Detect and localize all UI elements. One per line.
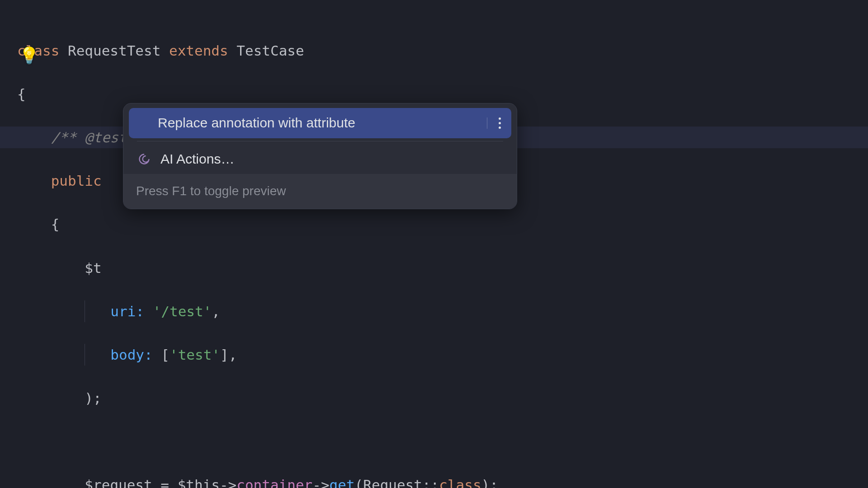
class-name: RequestTest (68, 42, 160, 59)
code-line: { (17, 213, 868, 235)
intention-item-replace-annotation[interactable]: Replace annotation with attribute (129, 108, 511, 138)
code-line: $request = $this->container->get(Request… (17, 474, 868, 488)
code-line: class RequestTest extends TestCase (17, 40, 868, 61)
named-arg: body: (110, 347, 152, 363)
code-line: ); (17, 387, 868, 409)
code-line: body: [['test']'test'], (17, 344, 868, 366)
swirl-icon (138, 153, 151, 165)
base-class: TestCase (236, 42, 304, 59)
lightbulb-icon[interactable]: 💡 (19, 47, 39, 64)
popup-footer-hint: Press F1 to toggle preview (123, 174, 517, 209)
intention-popup: Replace annotation with attribute AI Act… (123, 103, 517, 209)
code-line: { (17, 83, 868, 105)
intention-label: Replace annotation with attribute (138, 113, 480, 134)
vertical-dots-icon (499, 117, 501, 129)
intention-item-ai-actions[interactable]: AI Actions… (129, 144, 511, 174)
keyword-public: public (51, 173, 102, 189)
code-line: uri: '/test', (17, 300, 868, 322)
string: '/test' (153, 303, 212, 319)
more-options-button[interactable] (487, 117, 502, 129)
paren-close: ); (85, 390, 101, 406)
separator (137, 141, 503, 141)
keyword-extends: extends (169, 42, 228, 59)
code-line: $t (17, 257, 868, 279)
intention-label: AI Actions… (152, 149, 502, 170)
named-arg: uri: (110, 303, 144, 319)
brace: { (51, 216, 60, 232)
code-editor[interactable]: class RequestTest extends TestCase { /**… (0, 0, 868, 488)
code-line (17, 431, 868, 452)
brace: { (17, 86, 26, 102)
variable-fragment: $t (85, 260, 101, 276)
variable: $request (85, 477, 152, 488)
